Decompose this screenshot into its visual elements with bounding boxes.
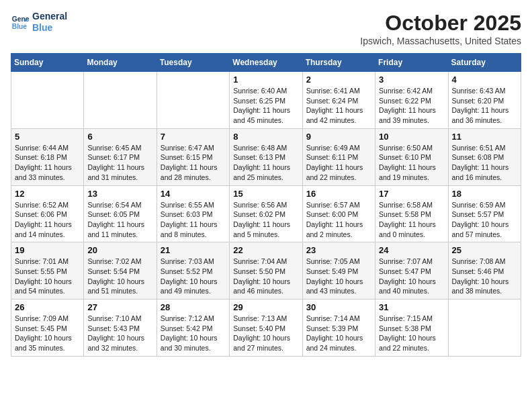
day-number: 21 bbox=[161, 245, 226, 255]
calendar-cell: 20Sunrise: 7:02 AMSunset: 5:54 PMDayligh… bbox=[84, 242, 157, 300]
calendar-cell: 22Sunrise: 7:04 AMSunset: 5:50 PMDayligh… bbox=[230, 242, 302, 300]
weekday-header: Tuesday bbox=[157, 54, 229, 72]
day-number: 2 bbox=[306, 75, 371, 85]
day-info: Sunrise: 7:04 AMSunset: 5:50 PMDaylight:… bbox=[233, 257, 298, 296]
day-info: Sunrise: 6:40 AMSunset: 6:25 PMDaylight:… bbox=[233, 86, 298, 126]
day-info: Sunrise: 7:14 AMSunset: 5:39 PMDaylight:… bbox=[306, 314, 371, 353]
day-info: Sunrise: 6:54 AMSunset: 6:05 PMDaylight:… bbox=[87, 200, 152, 240]
day-number: 23 bbox=[306, 245, 371, 255]
calendar-cell: 25Sunrise: 7:08 AMSunset: 5:46 PMDayligh… bbox=[448, 242, 521, 300]
day-info: Sunrise: 6:45 AMSunset: 6:17 PMDaylight:… bbox=[87, 143, 152, 183]
day-number: 17 bbox=[379, 189, 444, 199]
calendar-cell bbox=[84, 72, 157, 129]
weekday-header: Monday bbox=[84, 54, 157, 72]
calendar-cell: 7Sunrise: 6:47 AMSunset: 6:15 PMDaylight… bbox=[157, 128, 229, 185]
calendar-cell: 15Sunrise: 6:56 AMSunset: 6:02 PMDayligh… bbox=[230, 185, 302, 242]
logo-icon: General Blue bbox=[11, 13, 30, 32]
day-info: Sunrise: 6:43 AMSunset: 6:20 PMDaylight:… bbox=[452, 86, 517, 126]
day-info: Sunrise: 7:13 AMSunset: 5:40 PMDaylight:… bbox=[233, 314, 298, 353]
day-number: 8 bbox=[233, 132, 298, 142]
day-number: 4 bbox=[452, 75, 517, 85]
day-number: 9 bbox=[306, 132, 371, 142]
day-number: 27 bbox=[87, 302, 152, 312]
day-number: 1 bbox=[233, 75, 298, 85]
day-number: 31 bbox=[379, 302, 444, 312]
calendar-cell: 24Sunrise: 7:07 AMSunset: 5:47 PMDayligh… bbox=[375, 242, 448, 300]
calendar-cell bbox=[11, 72, 84, 129]
logo-general: General bbox=[32, 11, 67, 22]
day-info: Sunrise: 7:02 AMSunset: 5:54 PMDaylight:… bbox=[87, 257, 152, 296]
day-info: Sunrise: 7:08 AMSunset: 5:46 PMDaylight:… bbox=[452, 257, 517, 296]
calendar-cell: 18Sunrise: 6:59 AMSunset: 5:57 PMDayligh… bbox=[448, 185, 521, 242]
day-number: 7 bbox=[161, 132, 226, 142]
calendar-week-row: 12Sunrise: 6:52 AMSunset: 6:06 PMDayligh… bbox=[11, 185, 521, 242]
calendar-week-row: 26Sunrise: 7:09 AMSunset: 5:45 PMDayligh… bbox=[11, 300, 521, 357]
day-number: 29 bbox=[233, 302, 298, 312]
calendar-table: SundayMondayTuesdayWednesdayThursdayFrid… bbox=[11, 53, 521, 357]
day-number: 16 bbox=[306, 189, 371, 199]
svg-text:Blue: Blue bbox=[12, 23, 28, 30]
calendar-cell: 23Sunrise: 7:05 AMSunset: 5:49 PMDayligh… bbox=[302, 242, 375, 300]
calendar-cell: 21Sunrise: 7:03 AMSunset: 5:52 PMDayligh… bbox=[157, 242, 229, 300]
day-info: Sunrise: 6:52 AMSunset: 6:06 PMDaylight:… bbox=[15, 200, 80, 240]
weekday-header: Wednesday bbox=[230, 54, 302, 72]
day-number: 24 bbox=[379, 245, 444, 255]
day-number: 3 bbox=[379, 75, 444, 85]
weekday-header: Friday bbox=[375, 54, 448, 72]
calendar-cell: 19Sunrise: 7:01 AMSunset: 5:55 PMDayligh… bbox=[11, 242, 84, 300]
day-number: 22 bbox=[233, 245, 298, 255]
calendar-header-row: SundayMondayTuesdayWednesdayThursdayFrid… bbox=[11, 54, 521, 72]
calendar-cell: 10Sunrise: 6:50 AMSunset: 6:10 PMDayligh… bbox=[375, 128, 448, 185]
day-info: Sunrise: 6:59 AMSunset: 5:57 PMDaylight:… bbox=[452, 200, 517, 240]
day-info: Sunrise: 6:58 AMSunset: 5:58 PMDaylight:… bbox=[379, 200, 444, 240]
day-number: 5 bbox=[15, 132, 80, 142]
calendar-cell: 29Sunrise: 7:13 AMSunset: 5:40 PMDayligh… bbox=[230, 300, 302, 357]
day-info: Sunrise: 6:57 AMSunset: 6:00 PMDaylight:… bbox=[306, 200, 371, 240]
calendar-cell: 2Sunrise: 6:41 AMSunset: 6:24 PMDaylight… bbox=[302, 72, 375, 129]
calendar-cell: 8Sunrise: 6:48 AMSunset: 6:13 PMDaylight… bbox=[230, 128, 302, 185]
calendar-cell: 1Sunrise: 6:40 AMSunset: 6:25 PMDaylight… bbox=[230, 72, 302, 129]
calendar-cell: 6Sunrise: 6:45 AMSunset: 6:17 PMDaylight… bbox=[84, 128, 157, 185]
day-number: 13 bbox=[87, 189, 152, 199]
calendar-cell: 28Sunrise: 7:12 AMSunset: 5:42 PMDayligh… bbox=[157, 300, 229, 357]
calendar-cell: 4Sunrise: 6:43 AMSunset: 6:20 PMDaylight… bbox=[448, 72, 521, 129]
calendar-week-row: 1Sunrise: 6:40 AMSunset: 6:25 PMDaylight… bbox=[11, 72, 521, 129]
day-number: 18 bbox=[452, 189, 517, 199]
day-info: Sunrise: 7:12 AMSunset: 5:42 PMDaylight:… bbox=[161, 314, 226, 353]
day-number: 14 bbox=[161, 189, 226, 199]
day-number: 30 bbox=[306, 302, 371, 312]
day-info: Sunrise: 6:44 AMSunset: 6:18 PMDaylight:… bbox=[15, 143, 80, 183]
calendar-cell: 13Sunrise: 6:54 AMSunset: 6:05 PMDayligh… bbox=[84, 185, 157, 242]
page-header: General Blue General Blue October 2025 I… bbox=[11, 11, 521, 46]
day-info: Sunrise: 6:48 AMSunset: 6:13 PMDaylight:… bbox=[233, 143, 298, 183]
day-number: 25 bbox=[452, 245, 517, 255]
month-title: October 2025 bbox=[360, 11, 521, 36]
day-info: Sunrise: 7:07 AMSunset: 5:47 PMDaylight:… bbox=[379, 257, 444, 296]
day-info: Sunrise: 6:56 AMSunset: 6:02 PMDaylight:… bbox=[233, 200, 298, 240]
calendar-week-row: 19Sunrise: 7:01 AMSunset: 5:55 PMDayligh… bbox=[11, 242, 521, 300]
day-info: Sunrise: 6:55 AMSunset: 6:03 PMDaylight:… bbox=[161, 200, 226, 240]
day-info: Sunrise: 6:42 AMSunset: 6:22 PMDaylight:… bbox=[379, 86, 444, 126]
calendar-week-row: 5Sunrise: 6:44 AMSunset: 6:18 PMDaylight… bbox=[11, 128, 521, 185]
calendar-cell: 5Sunrise: 6:44 AMSunset: 6:18 PMDaylight… bbox=[11, 128, 84, 185]
logo-blue: Blue bbox=[32, 22, 67, 34]
day-info: Sunrise: 6:41 AMSunset: 6:24 PMDaylight:… bbox=[306, 86, 371, 126]
calendar-cell: 14Sunrise: 6:55 AMSunset: 6:03 PMDayligh… bbox=[157, 185, 229, 242]
calendar-cell: 31Sunrise: 7:15 AMSunset: 5:38 PMDayligh… bbox=[375, 300, 448, 357]
day-number: 28 bbox=[161, 302, 226, 312]
weekday-header: Sunday bbox=[11, 54, 84, 72]
day-info: Sunrise: 7:15 AMSunset: 5:38 PMDaylight:… bbox=[379, 314, 444, 353]
calendar-cell: 11Sunrise: 6:51 AMSunset: 6:08 PMDayligh… bbox=[448, 128, 521, 185]
calendar-cell: 12Sunrise: 6:52 AMSunset: 6:06 PMDayligh… bbox=[11, 185, 84, 242]
weekday-header: Thursday bbox=[302, 54, 375, 72]
day-number: 26 bbox=[15, 302, 80, 312]
day-info: Sunrise: 7:03 AMSunset: 5:52 PMDaylight:… bbox=[161, 257, 226, 296]
day-number: 19 bbox=[15, 245, 80, 255]
day-info: Sunrise: 7:10 AMSunset: 5:43 PMDaylight:… bbox=[87, 314, 152, 353]
day-info: Sunrise: 7:09 AMSunset: 5:45 PMDaylight:… bbox=[15, 314, 80, 353]
day-number: 11 bbox=[452, 132, 517, 142]
day-info: Sunrise: 6:47 AMSunset: 6:15 PMDaylight:… bbox=[161, 143, 226, 183]
day-number: 20 bbox=[87, 245, 152, 255]
calendar-cell: 3Sunrise: 6:42 AMSunset: 6:22 PMDaylight… bbox=[375, 72, 448, 129]
calendar-cell bbox=[157, 72, 229, 129]
